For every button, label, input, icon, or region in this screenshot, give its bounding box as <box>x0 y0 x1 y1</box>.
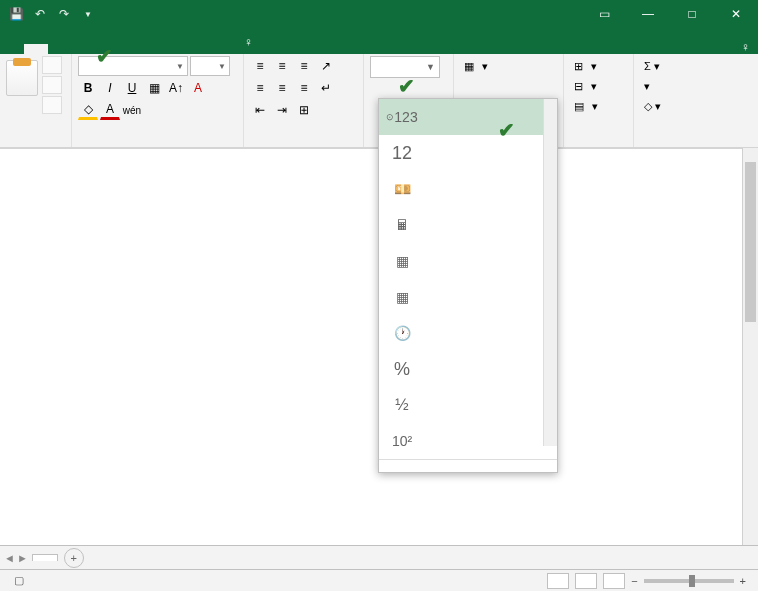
tab-file[interactable] <box>0 44 24 54</box>
check-annotation-icon: ✔ <box>398 74 422 94</box>
pagebreak-view-icon[interactable] <box>603 573 625 589</box>
pagelayout-view-icon[interactable] <box>575 573 597 589</box>
number-icon: 12 <box>387 141 417 165</box>
currency-icon: 💴 <box>387 177 417 201</box>
copy-icon[interactable] <box>42 76 62 94</box>
fill-icon[interactable]: ▾ <box>640 76 686 96</box>
longdate-icon: ▦ <box>387 285 417 309</box>
tab-insert[interactable] <box>48 44 64 54</box>
align-right-icon[interactable]: ≡ <box>294 78 314 98</box>
numfmt-more[interactable] <box>379 459 557 472</box>
numfmt-general[interactable]: ⊙123 <box>379 99 557 135</box>
align-left-icon[interactable]: ≡ <box>250 78 270 98</box>
sheet-nav-next-icon[interactable]: ► <box>17 552 28 564</box>
decrease-font-icon[interactable]: A <box>188 78 208 98</box>
close-icon[interactable]: ✕ <box>714 0 758 28</box>
font-size-combo[interactable]: ▼ <box>190 56 230 76</box>
increase-font-icon[interactable]: A↑ <box>166 78 186 98</box>
dropdown-scrollbar[interactable] <box>543 99 557 446</box>
font-color-icon[interactable]: A <box>100 100 120 120</box>
numfmt-time[interactable]: 🕐 <box>379 315 557 351</box>
insert-cells-button[interactable]: ⊞ ▾ <box>570 56 627 76</box>
orientation-icon[interactable]: ↗ <box>316 56 336 76</box>
tab-view[interactable] <box>160 44 184 54</box>
add-sheet-icon[interactable]: + <box>64 548 84 568</box>
increase-indent-icon[interactable]: ⇥ <box>272 100 292 120</box>
percent-icon: % <box>387 357 417 381</box>
cells-group-label <box>570 143 627 145</box>
clipboard-group-label <box>6 143 65 145</box>
tab-home[interactable] <box>24 44 48 54</box>
numfmt-fraction[interactable]: ½ <box>379 387 557 423</box>
numfmt-currency[interactable]: 💴 <box>379 171 557 207</box>
share-button[interactable]: ♀ <box>741 40 750 54</box>
italic-icon[interactable]: I <box>100 78 120 98</box>
sheet-nav-prev-icon[interactable]: ◄ <box>4 552 15 564</box>
shortdate-icon: ▦ <box>387 249 417 273</box>
underline-icon[interactable]: U <box>122 78 142 98</box>
time-icon: 🕐 <box>387 321 417 345</box>
zoom-out-icon[interactable]: − <box>631 575 637 587</box>
tab-layout[interactable] <box>64 44 88 54</box>
tab-dev[interactable] <box>184 44 208 54</box>
check-annotation-icon: ✔ <box>96 44 120 64</box>
number-format-dropdown: ⊙123 12 💴 🖩 ▦ ▦ 🕐 % ½ 10² <box>378 98 558 473</box>
maximize-icon[interactable]: □ <box>670 0 714 28</box>
fraction-icon: ½ <box>387 393 417 417</box>
macro-record-icon[interactable]: ▢ <box>14 574 24 587</box>
paste-button[interactable] <box>6 56 38 114</box>
format-cells-button[interactable]: ▤ ▾ <box>570 96 627 116</box>
check-annotation-icon: ✔ <box>498 118 522 138</box>
phonetic-icon[interactable]: wén <box>122 100 142 120</box>
fill-color-icon[interactable]: ◇ <box>78 100 98 120</box>
clear-icon[interactable]: ◇ ▾ <box>640 96 686 116</box>
normal-view-icon[interactable] <box>547 573 569 589</box>
font-group-label <box>78 143 237 145</box>
numfmt-shortdate[interactable]: ▦ <box>379 243 557 279</box>
qat-customize-icon[interactable]: ▼ <box>78 4 98 24</box>
tab-tellme[interactable]: ♀ <box>232 30 265 54</box>
accounting-icon: 🖩 <box>387 213 417 237</box>
editing-group-label <box>640 143 686 145</box>
save-icon[interactable]: 💾 <box>6 4 26 24</box>
zoom-slider[interactable] <box>644 579 734 583</box>
decrease-indent-icon[interactable]: ⇤ <box>250 100 270 120</box>
merge-icon[interactable]: ⊞ <box>294 100 314 120</box>
delete-cells-button[interactable]: ⊟ ▾ <box>570 76 627 96</box>
align-center-icon[interactable]: ≡ <box>272 78 292 98</box>
bold-icon[interactable]: B <box>78 78 98 98</box>
align-middle-icon[interactable]: ≡ <box>272 56 292 76</box>
alignment-group-label <box>250 143 357 145</box>
tab-help[interactable] <box>208 44 232 54</box>
cut-icon[interactable] <box>42 56 62 74</box>
align-top-icon[interactable]: ≡ <box>250 56 270 76</box>
font-name-combo[interactable]: ▼ <box>78 56 188 76</box>
minimize-icon[interactable]: — <box>626 0 670 28</box>
numfmt-accounting[interactable]: 🖩 <box>379 207 557 243</box>
align-bottom-icon[interactable]: ≡ <box>294 56 314 76</box>
tab-review[interactable] <box>136 44 160 54</box>
border-icon[interactable]: ▦ <box>144 78 164 98</box>
sheet-tab[interactable] <box>32 554 58 561</box>
ribbon-options-icon[interactable]: ▭ <box>582 0 626 28</box>
numfmt-number[interactable]: 12 <box>379 135 557 171</box>
autosum-icon[interactable]: Σ ▾ <box>640 56 686 76</box>
numfmt-scientific[interactable]: 10² <box>379 423 557 459</box>
numfmt-percent[interactable]: % <box>379 351 557 387</box>
zoom-in-icon[interactable]: + <box>740 575 746 587</box>
scientific-icon: 10² <box>387 429 417 453</box>
general-icon: ⊙123 <box>387 105 417 129</box>
redo-icon[interactable]: ↷ <box>54 4 74 24</box>
vertical-scrollbar[interactable] <box>742 148 758 545</box>
wrap-text-icon[interactable]: ↵ <box>316 78 336 98</box>
format-painter-icon[interactable] <box>42 96 62 114</box>
numfmt-longdate[interactable]: ▦ <box>379 279 557 315</box>
conditional-format-button[interactable]: ▦ ▾ <box>460 56 557 76</box>
undo-icon[interactable]: ↶ <box>30 4 50 24</box>
